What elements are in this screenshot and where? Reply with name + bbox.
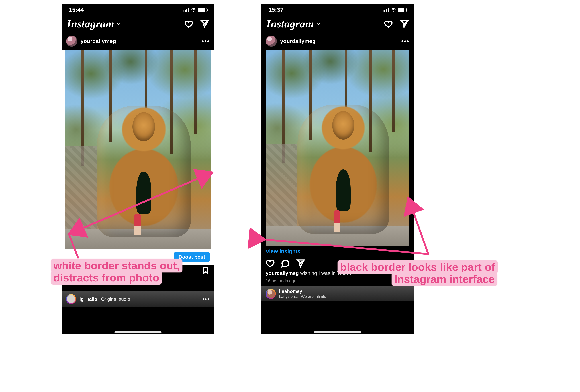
wifi-icon — [391, 8, 396, 12]
caption: s in Tulum again — [62, 275, 214, 284]
home-indicator — [114, 331, 161, 333]
next-username[interactable]: ig_italia — [79, 296, 97, 302]
post-image-frame — [62, 50, 214, 259]
next-avatar[interactable] — [66, 294, 76, 304]
next-sub-text: We are infinite — [301, 294, 326, 299]
action-bar — [62, 264, 214, 275]
next-meta: Original audio — [101, 296, 130, 302]
post-image[interactable] — [65, 50, 211, 249]
next-sub-user: karlysierra — [279, 294, 297, 299]
next-post-preview[interactable]: ig_italia · Original audio ••• — [62, 291, 214, 307]
view-insights-link[interactable]: View insights — [266, 248, 300, 255]
boost-post-button[interactable]: Boost post — [174, 252, 210, 262]
battery-icon — [398, 8, 407, 12]
instagram-logo[interactable]: Instagram — [266, 18, 314, 30]
app-header: Instagram — [261, 14, 414, 34]
post-image[interactable] — [266, 50, 409, 246]
app-header: Instagram — [62, 14, 214, 34]
messenger-icon[interactable] — [400, 20, 409, 28]
comment-icon[interactable] — [281, 259, 290, 268]
post-username[interactable]: yourdailymeg — [81, 38, 116, 44]
heart-icon[interactable] — [384, 20, 393, 28]
more-icon[interactable]: ••• — [202, 38, 210, 45]
insights-row: View insights — [261, 246, 414, 257]
post-image-frame — [261, 50, 414, 246]
bookmark-icon[interactable] — [202, 266, 210, 274]
messenger-icon[interactable] — [200, 20, 209, 28]
next-avatar[interactable] — [266, 289, 276, 299]
svg-point-1 — [393, 11, 394, 12]
like-icon[interactable] — [266, 259, 275, 268]
caption-username[interactable]: yourdailymeg — [266, 270, 299, 276]
post-header: yourdailymeg ••• — [261, 34, 414, 50]
caption: yourdailymeg wishing I was in Tulum — [261, 269, 414, 278]
more-icon[interactable]: ••• — [401, 38, 409, 45]
battery-icon — [198, 8, 207, 12]
next-post-preview[interactable]: lisahomsy karlysierra · We are infinite — [261, 286, 414, 301]
caption-text: wishing I was in Tulum — [300, 270, 351, 276]
status-bar: 15:37 — [261, 4, 414, 14]
status-icons — [183, 8, 207, 12]
caption-suffix: s in Tulum again — [66, 277, 103, 282]
home-indicator — [314, 331, 361, 333]
status-icons — [383, 8, 407, 12]
avatar[interactable] — [266, 36, 277, 47]
share-icon[interactable] — [296, 259, 305, 268]
svg-point-0 — [193, 11, 194, 12]
insights-row: Boost post — [62, 249, 214, 264]
phone-left: 15:44 Instagram — [62, 4, 214, 334]
timestamp: 16 seconds ago — [261, 278, 414, 286]
action-bar — [261, 257, 414, 269]
chevron-down-icon[interactable] — [117, 22, 121, 26]
wifi-icon — [191, 8, 196, 12]
post-header: yourdailymeg ••• — [62, 34, 214, 50]
phone-right: 15:37 Instagram — [261, 4, 414, 334]
cellular-icon — [383, 8, 389, 12]
status-time: 15:37 — [269, 6, 284, 13]
instagram-logo[interactable]: Instagram — [67, 18, 114, 30]
cellular-icon — [183, 8, 189, 12]
heart-icon[interactable] — [184, 20, 193, 28]
status-time: 15:44 — [69, 6, 84, 13]
next-username[interactable]: lisahomsy — [279, 288, 326, 294]
next-more-icon[interactable]: ••• — [202, 296, 210, 302]
status-bar: 15:44 — [62, 4, 214, 14]
post-username[interactable]: yourdailymeg — [280, 38, 316, 44]
avatar[interactable] — [66, 36, 77, 47]
chevron-down-icon[interactable] — [316, 22, 320, 26]
